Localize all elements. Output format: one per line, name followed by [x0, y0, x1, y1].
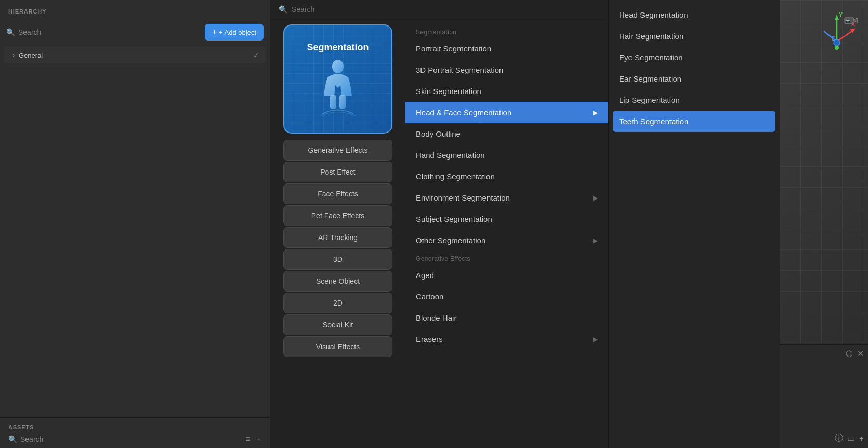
- svg-point-0: [332, 60, 344, 73]
- category-tabs-container: Generative EffectsPost EffectFace Effect…: [283, 139, 392, 358]
- center-search-input[interactable]: [292, 5, 600, 14]
- panel-icon[interactable]: ▭: [847, 433, 855, 443]
- assets-search-placeholder: Search: [20, 435, 43, 443]
- viewport-bottom: ⬡ ✕ ⓘ ▭ +: [780, 344, 868, 448]
- generative-section-label: Generative Effects: [405, 251, 608, 265]
- seg-item-label-8: Subject Segmentation: [416, 215, 492, 223]
- center-search-bar: 🔍: [270, 0, 608, 19]
- hierarchy-search-row: 🔍 Search + + Add object: [0, 20, 270, 45]
- hierarchy-search-box[interactable]: 🔍 Search: [6, 28, 200, 36]
- human-figure-icon: [314, 59, 361, 116]
- viewport-bottom-icons: ⓘ ▭ +: [835, 433, 864, 444]
- arrow-right-icon: ▶: [593, 194, 598, 202]
- assets-title: ASSETS: [8, 424, 261, 430]
- info-icon[interactable]: ⓘ: [835, 433, 843, 444]
- segmentation-card[interactable]: Segmentation: [283, 24, 392, 134]
- svg-marker-5: [835, 15, 839, 20]
- svg-text:Y: Y: [839, 11, 843, 18]
- category-list: Segmentation: [270, 19, 405, 448]
- arrow-right-icon: ▶: [593, 237, 598, 244]
- seg-item-label-3: Head & Face Segmentation: [416, 108, 511, 117]
- plus-icon: +: [212, 28, 217, 37]
- submenu-item-3[interactable]: Ear Segmentation: [609, 68, 780, 89]
- svg-rect-1: [330, 95, 336, 109]
- assets-section: ASSETS 🔍 Search ≡ +: [0, 417, 270, 448]
- left-panel: HIERARCHY 🔍 Search + + Add object › Gene…: [0, 0, 270, 448]
- seg-item-label-4: Body Outline: [416, 129, 461, 138]
- center-panel: 🔍 Segmentation: [270, 0, 608, 448]
- general-row[interactable]: › General ✓: [4, 47, 266, 63]
- svg-marker-8: [850, 29, 856, 33]
- seg-item-label-0: Portrait Segmentation: [416, 44, 491, 53]
- gen-item-label-0: Aged: [416, 271, 434, 280]
- category-tab-7[interactable]: 2D: [283, 293, 392, 313]
- seg-item-3[interactable]: Head & Face Segmentation▶: [405, 102, 608, 123]
- hierarchy-header: HIERARCHY: [0, 0, 270, 20]
- add-object-label: + Add object: [219, 29, 256, 36]
- gen-item-0[interactable]: Aged: [405, 265, 608, 286]
- items-panel: Segmentation Portrait Segmentation3D Por…: [405, 19, 608, 448]
- seg-item-2[interactable]: Skin Segmentation: [405, 81, 608, 102]
- seg-item-9[interactable]: Other Segmentation▶: [405, 230, 608, 251]
- svg-text:Z: Z: [832, 35, 835, 42]
- items-list2-container: AgedCartoonBlonde HairErasers▶: [405, 265, 608, 350]
- svg-line-7: [837, 30, 853, 42]
- axis-svg: Y X Z 📷: [816, 10, 858, 52]
- gen-item-label-3: Erasers: [416, 335, 443, 344]
- submenu-item-4[interactable]: Lip Segmentation: [609, 89, 780, 111]
- items-list-container: Portrait Segmentation3D Portrait Segment…: [405, 38, 608, 251]
- close-viewport-icon[interactable]: ✕: [857, 349, 864, 359]
- category-tab-4[interactable]: AR Tracking: [283, 227, 392, 248]
- search-icon: 🔍: [6, 28, 15, 36]
- submenu-container: Head SegmentationHair SegmentationEye Se…: [609, 4, 780, 132]
- gen-item-1[interactable]: Cartoon: [405, 286, 608, 307]
- hierarchy-title: HIERARCHY: [8, 8, 46, 15]
- category-tab-0[interactable]: Generative Effects: [283, 140, 392, 161]
- arrow-right-icon: ▶: [593, 336, 598, 343]
- checkmark-icon: ✓: [253, 51, 259, 59]
- right-submenu: Head SegmentationHair SegmentationEye Se…: [608, 0, 780, 448]
- submenu-item-0[interactable]: Head Segmentation: [609, 4, 780, 25]
- seg-item-8[interactable]: Subject Segmentation: [405, 208, 608, 230]
- category-tab-5[interactable]: 3D: [283, 249, 392, 270]
- category-tab-8[interactable]: Social Kit: [283, 314, 392, 335]
- seg-item-6[interactable]: Clothing Segmentation: [405, 166, 608, 187]
- external-link-icon[interactable]: ⬡: [846, 349, 853, 359]
- seg-item-label-7: Environment Segmentation: [416, 193, 510, 202]
- arrow-right-icon: ▶: [593, 109, 598, 116]
- gen-item-2[interactable]: Blonde Hair: [405, 307, 608, 328]
- svg-rect-2: [339, 95, 346, 109]
- gen-item-3[interactable]: Erasers▶: [405, 328, 608, 350]
- segmentation-card-title: Segmentation: [307, 42, 369, 53]
- seg-item-label-9: Other Segmentation: [416, 236, 485, 245]
- assets-icons: ≡ +: [245, 434, 261, 444]
- seg-item-label-6: Clothing Segmentation: [416, 172, 495, 181]
- add-object-button[interactable]: + + Add object: [205, 24, 264, 41]
- svg-text:📷: 📷: [845, 18, 850, 23]
- category-tab-2[interactable]: Face Effects: [283, 183, 392, 204]
- seg-item-label-1: 3D Portrait Segmentation: [416, 65, 503, 74]
- submenu-item-2[interactable]: Eye Segmentation: [609, 47, 780, 68]
- seg-item-label-2: Skin Segmentation: [416, 87, 481, 96]
- assets-search-box[interactable]: 🔍 Search: [8, 435, 241, 443]
- filter-icon[interactable]: ≡: [245, 434, 250, 444]
- category-tab-3[interactable]: Pet Face Effects: [283, 205, 392, 226]
- seg-item-4[interactable]: Body Outline: [405, 123, 608, 144]
- seg-item-5[interactable]: Hand Segmentation: [405, 144, 608, 166]
- seg-item-1[interactable]: 3D Portrait Segmentation: [405, 59, 608, 81]
- viewport-main: Y X Z 📷: [780, 0, 868, 344]
- submenu-item-5[interactable]: Teeth Segmentation: [613, 111, 775, 132]
- add-asset-icon[interactable]: +: [257, 434, 261, 444]
- category-tab-1[interactable]: Post Effect: [283, 162, 392, 182]
- category-tab-9[interactable]: Visual Effects: [283, 336, 392, 357]
- viewport-area: Y X Z 📷 ⬡ ✕ ⓘ ▭: [780, 0, 868, 448]
- assets-search-icon: 🔍: [8, 435, 17, 443]
- gen-item-label-2: Blonde Hair: [416, 313, 456, 322]
- seg-item-0[interactable]: Portrait Segmentation: [405, 38, 608, 59]
- viewport-bottom-toolbar: ⬡ ✕: [846, 349, 864, 359]
- category-tab-6[interactable]: Scene Object: [283, 271, 392, 292]
- add-viewport-icon[interactable]: +: [859, 434, 864, 443]
- axis-widget: Y X Z 📷: [816, 10, 858, 52]
- seg-item-7[interactable]: Environment Segmentation▶: [405, 187, 608, 208]
- submenu-item-1[interactable]: Hair Segmentation: [609, 25, 780, 47]
